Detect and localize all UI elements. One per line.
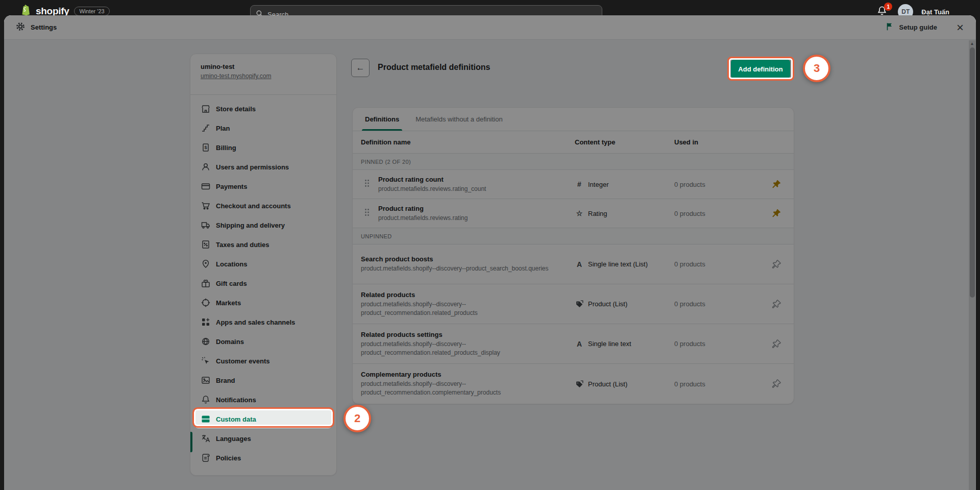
notification-count-badge: 1	[884, 3, 892, 11]
annotation-step-3: 3	[803, 55, 830, 82]
version-badge: Winter '23	[74, 7, 109, 16]
add-definition-button[interactable]: Add definition	[731, 60, 790, 78]
settings-modal: Settings Setup guide × ▲ umino-test umin…	[4, 15, 976, 490]
screenshot-stage: shopify Winter '23 Search 1 DT Đạt Tuấn …	[0, 0, 980, 490]
annotation-step-2: 2	[344, 405, 371, 432]
dim-overlay	[4, 15, 976, 490]
user-name: Đạt Tuấn	[921, 8, 949, 16]
custom-data-icon	[201, 414, 211, 424]
sidebar-item-custom-data[interactable]: Custom data	[194, 410, 332, 428]
